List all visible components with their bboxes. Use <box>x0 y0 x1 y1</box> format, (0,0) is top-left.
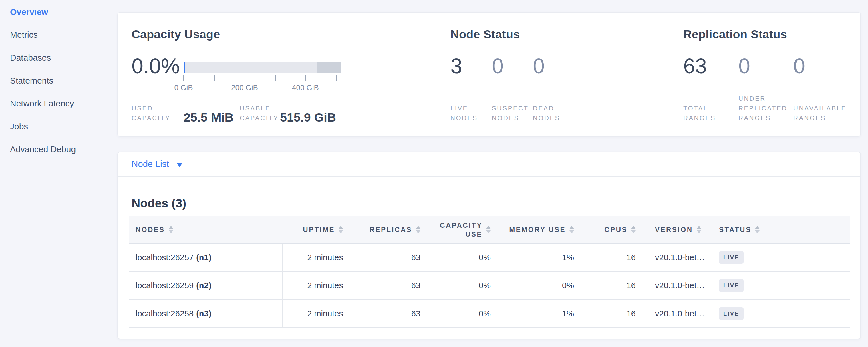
total-ranges-label: TOTAL RANGES <box>683 103 726 123</box>
memory-use-cell: 1% <box>504 300 587 327</box>
replicas-cell: 63 <box>358 244 435 271</box>
gauge-tick <box>183 75 184 81</box>
gauge-tick <box>214 75 215 81</box>
column-header-capacity-use[interactable]: CAPACITY USE <box>435 216 504 243</box>
gauge-axis-label: 400 GiB <box>277 83 334 92</box>
replication-status-title: Replication Status <box>683 28 787 41</box>
capacity-gauge-used-marker <box>184 62 185 73</box>
sidebar-item-statements[interactable]: Statements <box>0 69 117 92</box>
gauge-axis-label: 0 GiB <box>155 83 212 92</box>
column-header-uptime[interactable]: UPTIME <box>282 216 358 243</box>
sidebar: Overview Metrics Databases Statements Ne… <box>0 1 117 161</box>
column-header-replicas[interactable]: REPLICAS <box>358 216 435 243</box>
sort-icon[interactable] <box>631 226 636 233</box>
gauge-tick <box>305 75 306 81</box>
gauge-tick <box>245 75 245 81</box>
sort-icon[interactable] <box>169 226 173 233</box>
column-header-status[interactable]: STATUS <box>716 216 850 243</box>
version-cell: v20.1.0-bet… <box>650 244 716 271</box>
gauge-tick <box>275 75 276 81</box>
suspect-nodes-count: 0 <box>492 56 504 77</box>
table-row[interactable]: localhost:26257 (n1) 2 minutes 63 0% 1% … <box>129 244 850 272</box>
cpus-cell: 16 <box>587 272 650 299</box>
sort-icon[interactable] <box>486 226 491 233</box>
cpus-cell: 16 <box>587 244 650 271</box>
suspect-nodes-label: SUSPECT NODES <box>492 103 532 123</box>
nodes-table-heading: Nodes (3) <box>131 196 186 210</box>
node-address-cell[interactable]: localhost:26259 (n2) <box>129 272 282 299</box>
column-header-nodes[interactable]: NODES <box>129 216 282 243</box>
nodes-table: NODES UPTIME REPLICAS CAPACITY USE MEMOR… <box>129 216 850 328</box>
replicas-cell: 63 <box>358 272 435 299</box>
node-list-card: Node List Nodes (3) NODES UPTIME REPLICA… <box>117 152 861 339</box>
unavailable-ranges-count: 0 <box>793 56 805 77</box>
node-list-view-dropdown[interactable]: Node List <box>131 152 183 176</box>
table-column-divider <box>282 244 283 328</box>
unavailable-ranges-label: UNAVAILABLE RANGES <box>793 103 849 123</box>
sort-icon[interactable] <box>339 226 343 233</box>
nodes-table-header: NODES UPTIME REPLICAS CAPACITY USE MEMOR… <box>129 216 850 244</box>
sidebar-item-metrics[interactable]: Metrics <box>0 24 117 46</box>
node-list-view-label: Node List <box>131 159 169 169</box>
status-cell: LIVE <box>716 244 850 271</box>
table-row[interactable]: localhost:26258 (n3) 2 minutes 63 0% 1% … <box>129 300 850 328</box>
total-ranges-count: 63 <box>683 56 707 77</box>
column-header-version[interactable]: VERSION <box>650 216 716 243</box>
sidebar-item-overview[interactable]: Overview <box>0 1 117 24</box>
capacity-gauge <box>184 62 341 73</box>
usable-capacity-value: 515.9 GiB <box>280 111 336 124</box>
node-address-cell[interactable]: localhost:26257 (n1) <box>129 244 282 271</box>
column-header-memory-use[interactable]: MEMORY USE <box>504 216 587 243</box>
capacity-use-cell: 0% <box>435 272 504 299</box>
view-selector-row: Node List <box>118 152 860 177</box>
node-address-cell[interactable]: localhost:26258 (n3) <box>129 300 282 327</box>
capacity-usage-title: Capacity Usage <box>131 28 220 41</box>
live-nodes-count: 3 <box>451 56 462 77</box>
column-header-cpus[interactable]: CPUS <box>587 216 650 243</box>
gauge-axis-label: 200 GiB <box>216 83 273 92</box>
sort-icon[interactable] <box>697 226 701 233</box>
sidebar-item-advanced-debug[interactable]: Advanced Debug <box>0 138 117 161</box>
status-cell: LIVE <box>716 272 850 299</box>
version-cell: v20.1.0-bet… <box>650 300 716 327</box>
capacity-gauge-other-segment <box>317 62 341 73</box>
sort-icon[interactable] <box>755 226 760 233</box>
replication-status-section: Replication Status 63 0 0 TOTAL RANGES U… <box>683 12 855 136</box>
node-status-title: Node Status <box>451 28 520 41</box>
cluster-summary-card: Capacity Usage 0.0% 0 GiB 200 GiB 400 Gi… <box>117 12 861 137</box>
capacity-use-cell: 0% <box>435 300 504 327</box>
sort-icon[interactable] <box>569 226 574 233</box>
status-badge: LIVE <box>719 251 744 264</box>
capacity-usage-section: Capacity Usage 0.0% 0 GiB 200 GiB 400 Gi… <box>131 12 451 136</box>
live-nodes-label: LIVE NODES <box>451 103 491 123</box>
cpus-cell: 16 <box>587 300 650 327</box>
table-row[interactable]: localhost:26259 (n2) 2 minutes 63 0% 0% … <box>129 272 850 300</box>
uptime-cell: 2 minutes <box>282 244 358 271</box>
sidebar-item-network-latency[interactable]: Network Latency <box>0 92 117 115</box>
capacity-use-cell: 0% <box>435 244 504 271</box>
under-replicated-ranges-count: 0 <box>739 56 750 77</box>
replicas-cell: 63 <box>358 300 435 327</box>
capacity-used-percent: 0.0% <box>131 56 180 77</box>
status-badge: LIVE <box>719 279 744 292</box>
uptime-cell: 2 minutes <box>282 300 358 327</box>
version-cell: v20.1.0-bet… <box>650 272 716 299</box>
status-badge: LIVE <box>719 307 744 320</box>
uptime-cell: 2 minutes <box>282 272 358 299</box>
node-id: (n2) <box>196 281 211 290</box>
sidebar-item-databases[interactable]: Databases <box>0 46 117 69</box>
sort-icon[interactable] <box>416 226 421 233</box>
memory-use-cell: 1% <box>504 244 587 271</box>
status-cell: LIVE <box>716 300 850 327</box>
gauge-tick <box>336 75 337 81</box>
memory-use-cell: 0% <box>504 272 587 299</box>
sidebar-item-jobs[interactable]: Jobs <box>0 115 117 138</box>
node-id: (n3) <box>196 309 211 318</box>
node-status-section: Node Status 3 0 0 LIVE NODES SUSPECT NOD… <box>451 12 668 136</box>
dead-nodes-count: 0 <box>533 56 545 77</box>
chevron-down-icon <box>177 163 183 167</box>
dead-nodes-label: DEAD NODES <box>533 103 582 123</box>
node-id: (n1) <box>196 253 211 262</box>
used-capacity-value: 25.5 MiB <box>184 111 234 124</box>
used-capacity-label: USED CAPACITY <box>131 103 180 123</box>
